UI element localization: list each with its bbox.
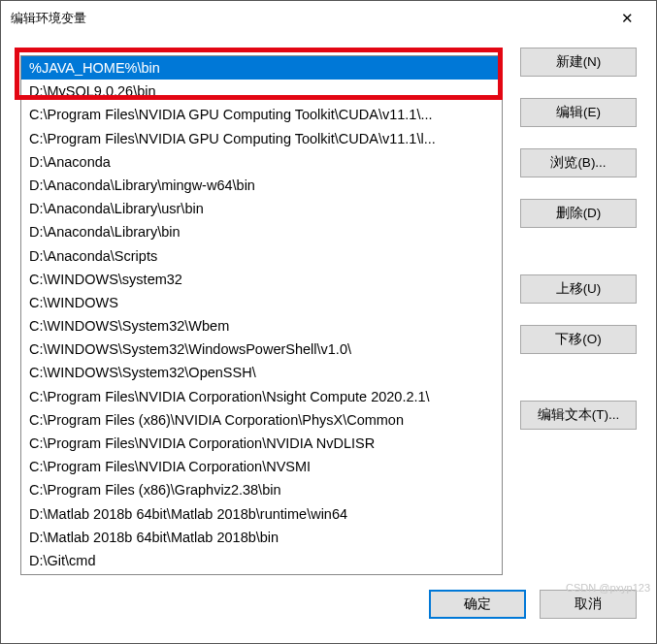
list-item[interactable]: C:\Program Files\NVIDIA GPU Computing To… — [21, 103, 502, 126]
list-item[interactable]: %JAVA_HOME%\bin — [21, 56, 502, 80]
watermark: CSDN @pxyp123 — [566, 582, 650, 595]
list-item[interactable]: D:\Anaconda\Library\usr\bin — [21, 197, 502, 220]
side-buttons: 新建(N) 编辑(E) 浏览(B)... 删除(D) 上移(U) 下移(O) 编… — [520, 48, 637, 575]
list-item[interactable]: C:\Program Files (x86)\NVIDIA Corporatio… — [21, 408, 502, 432]
list-item[interactable]: C:\WINDOWS\System32\OpenSSH\ — [21, 361, 502, 384]
list-item[interactable]: D:\Anaconda\Library\mingw-w64\bin — [21, 174, 502, 197]
list-item[interactable]: C:\Program Files\NVIDIA GPU Computing To… — [21, 127, 502, 150]
edit-button[interactable]: 编辑(E) — [520, 98, 637, 127]
list-item[interactable]: C:\WINDOWS\system32 — [21, 268, 502, 291]
list-item[interactable]: D:\MySQL9.0.26\bin — [21, 80, 502, 103]
dialog-body: %JAVA_HOME%\binD:\MySQL9.0.26\binC:\Prog… — [1, 36, 656, 575]
list-item[interactable]: C:\Program Files\NVIDIA Corporation\NVSM… — [21, 455, 502, 478]
list-item[interactable]: D:\Matlab 2018b 64bit\Matlab 2018b\runti… — [21, 502, 502, 526]
list-item[interactable]: C:\Program Files\NVIDIA Corporation\NVID… — [21, 432, 502, 455]
list-item[interactable]: C:\WINDOWS\System32\WindowsPowerShell\v1… — [21, 338, 502, 361]
movedown-button[interactable]: 下移(O) — [520, 325, 637, 354]
ok-button[interactable]: 确定 — [429, 590, 526, 619]
moveup-button[interactable]: 上移(U) — [520, 274, 637, 304]
delete-button[interactable]: 删除(D) — [520, 199, 637, 228]
list-item[interactable]: D:\Matlab 2018b 64bit\Matlab 2018b\bin — [21, 526, 502, 549]
close-icon[interactable]: ✕ — [608, 10, 646, 27]
path-listbox[interactable]: %JAVA_HOME%\binD:\MySQL9.0.26\binC:\Prog… — [20, 55, 503, 575]
dialog-window: 编辑环境变量 ✕ %JAVA_HOME%\binD:\MySQL9.0.26\b… — [0, 0, 657, 644]
browse-button[interactable]: 浏览(B)... — [520, 148, 637, 177]
list-item[interactable]: C:\Program Files\NVIDIA Corporation\Nsig… — [21, 385, 502, 408]
watermark-text: CSDN @pxyp123 — [566, 582, 650, 595]
list-wrap: %JAVA_HOME%\binD:\MySQL9.0.26\binC:\Prog… — [20, 48, 503, 575]
window-title: 编辑环境变量 — [11, 10, 608, 27]
list-item[interactable]: D:\Anaconda\Library\bin — [21, 220, 502, 243]
edittext-button[interactable]: 编辑文本(T)... — [520, 401, 637, 430]
list-item[interactable]: D:\Git\cmd — [21, 549, 502, 572]
list-item[interactable]: C:\Program Files (x86)\Graphviz2.38\bin — [21, 478, 502, 501]
titlebar: 编辑环境变量 ✕ — [1, 1, 656, 36]
new-button[interactable]: 新建(N) — [520, 48, 637, 77]
list-item[interactable]: C:\WINDOWS\System32\Wbem — [21, 314, 502, 338]
list-item[interactable]: C:\WINDOWS — [21, 291, 502, 314]
list-item[interactable]: D:\Anaconda\Scripts — [21, 244, 502, 268]
dialog-footer: 确定 取消 — [1, 575, 656, 643]
list-item[interactable]: D:\Anaconda — [21, 150, 502, 174]
